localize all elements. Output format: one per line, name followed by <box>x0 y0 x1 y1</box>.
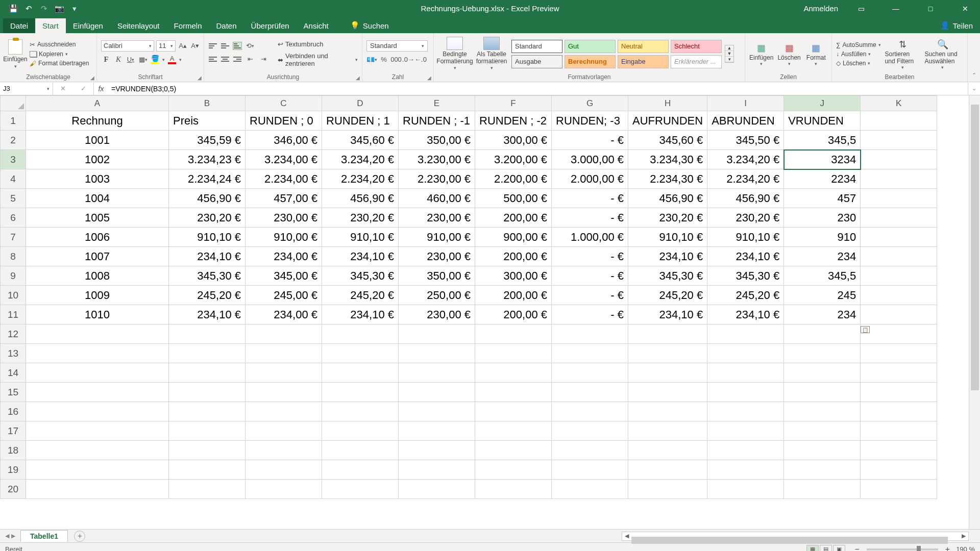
cancel-formula-icon[interactable]: ✕ <box>60 85 66 92</box>
cell-J4[interactable]: 2234 <box>784 169 861 189</box>
cell-J14[interactable] <box>784 363 861 383</box>
increase-decimal-icon[interactable]: .0→ <box>403 55 413 65</box>
fill-button[interactable]: ↓Ausfüllen▾ <box>836 51 881 58</box>
cell-K10[interactable] <box>861 286 937 305</box>
increase-font-icon[interactable]: A▴ <box>178 41 188 51</box>
formula-input[interactable]: =VRUNDEN(B3;0,5) <box>108 82 968 95</box>
new-sheet-button[interactable]: ＋ <box>74 531 85 542</box>
align-launcher-icon[interactable]: ◢ <box>355 74 361 81</box>
cell-I5[interactable]: 456,90 € <box>707 189 784 208</box>
cell-C12[interactable] <box>246 324 322 344</box>
align-right-icon[interactable] <box>233 55 242 63</box>
fx-icon[interactable]: fx <box>94 82 108 95</box>
cell-D3[interactable]: 3.234,20 € <box>322 150 399 169</box>
expand-formula-bar-icon[interactable]: ⌄ <box>968 82 980 95</box>
row-header-1[interactable]: 1 <box>1 111 26 131</box>
cell-B5[interactable]: 456,90 € <box>169 189 246 208</box>
header-cell[interactable] <box>861 111 937 131</box>
cell-A3[interactable]: 1002 <box>26 150 169 169</box>
cell-K3[interactable] <box>861 150 937 169</box>
number-format-select[interactable]: Standard▾ <box>366 40 428 52</box>
cell-B8[interactable]: 234,10 € <box>169 247 246 266</box>
cell-E14[interactable] <box>399 363 475 383</box>
cell-D20[interactable] <box>322 480 399 499</box>
cell-D19[interactable] <box>322 460 399 480</box>
cell-D12[interactable] <box>322 324 399 344</box>
cell-C18[interactable] <box>246 441 322 460</box>
camera-icon[interactable]: 📷 <box>55 5 63 13</box>
sort-filter-button[interactable]: ⇅Sortieren und Filtern▾ <box>885 38 921 70</box>
cell-C3[interactable]: 3.234,00 € <box>246 150 322 169</box>
cell-C4[interactable]: 2.234,00 € <box>246 169 322 189</box>
cell-K20[interactable] <box>861 480 937 499</box>
col-header-I[interactable]: I <box>707 96 784 111</box>
col-header-F[interactable]: F <box>475 96 552 111</box>
sheet-tab-active[interactable]: Tabelle1 <box>20 530 68 542</box>
cell-I15[interactable] <box>707 383 784 402</box>
align-bottom-icon[interactable] <box>233 42 242 50</box>
style-neutral[interactable]: Neutral <box>618 40 669 53</box>
cell-E7[interactable]: 910,00 € <box>399 228 475 247</box>
decrease-indent-icon[interactable]: ⇤ <box>245 54 255 64</box>
row-header-14[interactable]: 14 <box>1 363 26 383</box>
cell-G15[interactable] <box>552 383 628 402</box>
row-header-13[interactable]: 13 <box>1 344 26 363</box>
cell-D8[interactable]: 234,10 € <box>322 247 399 266</box>
col-header-H[interactable]: H <box>628 96 707 111</box>
cell-C11[interactable]: 234,00 € <box>246 305 322 324</box>
cell-G10[interactable]: - € <box>552 286 628 305</box>
cell-J6[interactable]: 230 <box>784 208 861 228</box>
cell-D16[interactable] <box>322 402 399 421</box>
view-page-break-icon[interactable]: ▣ <box>833 545 845 552</box>
cell-J15[interactable] <box>784 383 861 402</box>
col-header-D[interactable]: D <box>322 96 399 111</box>
cell-J7[interactable]: 910 <box>784 228 861 247</box>
cell-K19[interactable] <box>861 460 937 480</box>
row-header-5[interactable]: 5 <box>1 189 26 208</box>
cell-H15[interactable] <box>628 383 707 402</box>
cell-K7[interactable] <box>861 228 937 247</box>
style-input[interactable]: Eingabe <box>618 55 669 68</box>
cell-I20[interactable] <box>707 480 784 499</box>
font-name-select[interactable]: Calibri▾ <box>101 40 154 52</box>
cell-G4[interactable]: 2.000,00 € <box>552 169 628 189</box>
cell-A12[interactable] <box>26 324 169 344</box>
row-header-16[interactable]: 16 <box>1 402 26 421</box>
wrap-text-button[interactable]: ↩Textumbruch <box>278 40 358 48</box>
qat-more-icon[interactable]: ▾ <box>70 5 79 13</box>
cell-F14[interactable] <box>475 363 552 383</box>
cell-F8[interactable]: 200,00 € <box>475 247 552 266</box>
cell-B15[interactable] <box>169 383 246 402</box>
cell-B3[interactable]: 3.234,23 € <box>169 150 246 169</box>
borders-button[interactable]: ▦▾ <box>138 55 148 65</box>
undo-icon[interactable]: ↶ <box>24 5 33 13</box>
cell-H3[interactable]: 3.234,30 € <box>628 150 707 169</box>
cell-A11[interactable]: 1010 <box>26 305 169 324</box>
cell-C17[interactable] <box>246 421 322 441</box>
cell-C2[interactable]: 346,00 € <box>246 131 322 150</box>
redo-icon[interactable]: ↷ <box>40 5 48 13</box>
header-cell[interactable]: VRUNDEN <box>784 111 861 131</box>
cell-E17[interactable] <box>399 421 475 441</box>
cell-A16[interactable] <box>26 402 169 421</box>
cell-D17[interactable] <box>322 421 399 441</box>
style-standard[interactable]: Standard <box>511 40 562 53</box>
cell-H4[interactable]: 2.234,30 € <box>628 169 707 189</box>
cell-E4[interactable]: 2.230,00 € <box>399 169 475 189</box>
cell-K9[interactable] <box>861 266 937 286</box>
accounting-format-icon[interactable]: 💶▾ <box>366 55 377 65</box>
cell-G3[interactable]: 3.000,00 € <box>552 150 628 169</box>
cell-K12[interactable] <box>861 324 937 344</box>
cell-A20[interactable] <box>26 480 169 499</box>
cell-K17[interactable] <box>861 421 937 441</box>
header-cell[interactable]: RUNDEN ; -1 <box>399 111 475 131</box>
cell-G16[interactable] <box>552 402 628 421</box>
insert-cells-button[interactable]: ▦Einfügen▾ <box>749 42 773 66</box>
cell-H11[interactable]: 234,10 € <box>628 305 707 324</box>
cell-K18[interactable] <box>861 441 937 460</box>
cell-A15[interactable] <box>26 383 169 402</box>
header-cell[interactable]: RUNDEN ; 1 <box>322 111 399 131</box>
row-header-15[interactable]: 15 <box>1 383 26 402</box>
cell-H6[interactable]: 230,20 € <box>628 208 707 228</box>
row-header-10[interactable]: 10 <box>1 286 26 305</box>
